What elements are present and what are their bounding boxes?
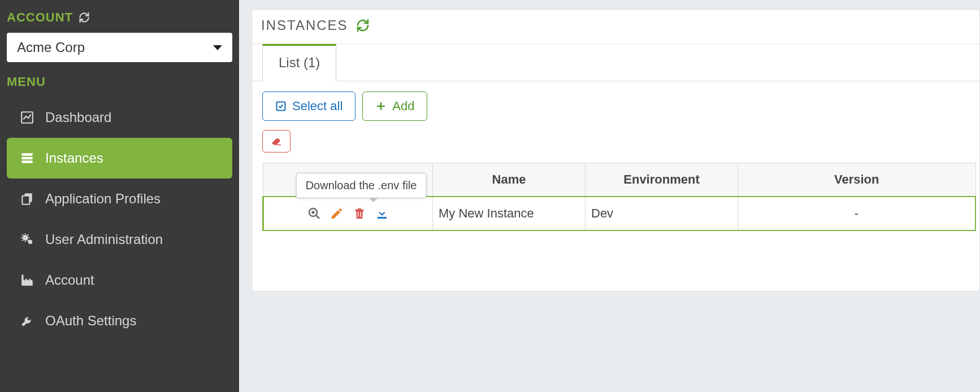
wrench-icon [19,313,35,328]
add-button[interactable]: Add [362,92,427,121]
sidebar-item-label: Application Profiles [45,191,161,207]
menu-heading-label: MENU [7,75,46,89]
svg-rect-5 [22,196,29,204]
check-square-icon [275,101,287,112]
menu-list: Dashboard Instances Application Profiles… [7,97,232,341]
col-name: Name [433,163,586,197]
instances-table: Actions Name Environment Version Downloa… [262,163,976,231]
select-all-button[interactable]: Select all [262,92,355,121]
toolbar: Select all Add [252,81,979,153]
page-title: INSTANCES [261,18,348,33]
refresh-instances-icon[interactable] [356,19,370,32]
factory-icon [19,273,35,288]
sidebar-item-dashboard[interactable]: Dashboard [7,97,232,138]
svg-point-6 [23,235,28,241]
svg-rect-16 [358,212,359,217]
chevron-down-icon [213,45,222,50]
svg-rect-17 [361,212,362,217]
cell-actions: Download the .env file [263,197,433,230]
zoom-in-icon[interactable] [307,206,322,221]
sidebar-item-account[interactable]: Account [7,260,232,300]
svg-rect-2 [21,157,33,159]
table-wrap: Actions Name Environment Version Downloa… [252,153,979,243]
panel-header: INSTANCES [252,10,979,44]
sidebar-item-instances[interactable]: Instances [7,138,232,178]
svg-rect-3 [21,160,33,163]
table-row[interactable]: Download the .env file [263,197,976,230]
sidebar-item-application-profiles[interactable]: Application Profiles [7,178,232,219]
account-selector[interactable]: Acme Corp [7,33,232,62]
tooltip: Download the .env file [296,173,427,198]
sidebar-item-oauth-settings[interactable]: OAuth Settings [7,300,232,341]
refresh-accounts-icon[interactable] [79,12,90,23]
download-icon[interactable] [375,206,389,221]
select-all-label: Select all [292,99,342,114]
trash-icon[interactable] [352,206,367,221]
col-version: Version [738,163,976,197]
sidebar-item-user-administration[interactable]: User Administration [7,219,232,260]
sidebar-item-label: Instances [45,150,103,166]
instances-panel: INSTANCES List (1) Select all [251,9,980,291]
gears-icon [19,232,35,247]
col-environment: Environment [586,163,738,197]
account-heading-label: ACCOUNT [7,10,73,25]
copy-icon [19,191,35,206]
tab-label: List (1) [279,55,320,70]
plus-icon [375,101,387,112]
sidebar: ACCOUNT Acme Corp MENU Dashboard Instanc… [0,0,239,392]
account-heading: ACCOUNT [7,10,232,25]
svg-rect-8 [21,275,23,280]
tabs-row: List (1) [252,43,979,81]
eraser-button[interactable] [262,130,290,153]
sidebar-item-label: User Administration [45,232,163,247]
cell-name: My New Instance [433,197,586,230]
sidebar-item-label: OAuth Settings [45,313,136,329]
server-icon [19,151,35,165]
menu-heading: MENU [7,75,232,89]
eraser-icon [271,137,282,146]
sidebar-item-label: Account [45,272,94,288]
svg-rect-1 [21,153,33,155]
tab-list[interactable]: List (1) [262,44,336,81]
cell-version: - [738,197,976,230]
svg-point-7 [28,240,33,245]
chart-line-icon [19,110,35,125]
tooltip-text: Download the .env file [306,179,417,191]
svg-line-13 [316,215,319,219]
add-label: Add [392,99,414,114]
sidebar-item-label: Dashboard [45,110,111,125]
account-selector-value: Acme Corp [17,40,85,55]
pencil-icon[interactable] [329,206,344,221]
cell-environment: Dev [586,197,738,230]
main-content: INSTANCES List (1) Select all [239,0,980,392]
